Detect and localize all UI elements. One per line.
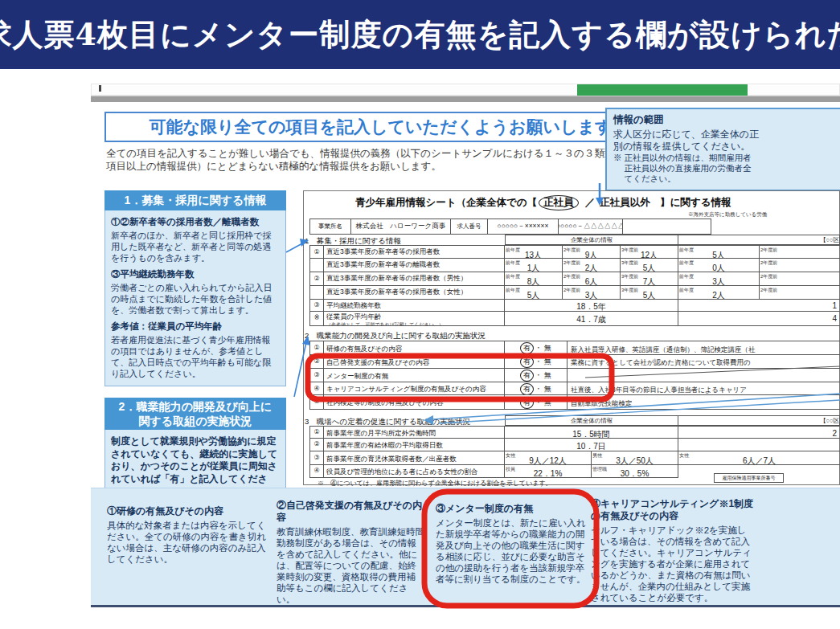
- row-label: 前事業年度の有給休暇の平均取得日数: [324, 439, 505, 451]
- bottom-note-2: ②自己啓発支援の有無及びその内容 教育訓練休暇制度、教育訓練短時間勤務制度がある…: [277, 500, 424, 605]
- value-cell: 管理職30．5%: [592, 465, 678, 478]
- company-row: 事業所名 株式会社 ハローワーク商事 求人番号 ○○○○○－×××××× ○○○…: [309, 219, 711, 235]
- sidebar-2-header: 2．職業能力の開発及び向上に 関する取組の実施状況: [104, 398, 286, 430]
- bottom-note-3-heading: ③メンター制度の有無: [436, 503, 587, 515]
- notice-box: 可能な限り全ての項目を記入していただくようお願いします。: [104, 112, 674, 142]
- row-number: [309, 259, 324, 272]
- value-cell: 2年度前6人: [563, 272, 621, 286]
- row-label: 平均継続勤務年数: [324, 300, 505, 312]
- value-cell: 2年度前3人: [563, 286, 621, 300]
- sidebar-1-subhead: 参考値：従業員の平均年齢: [111, 321, 280, 333]
- notice-body: 全ての項目を記入することが難しい場合でも、情報提供の義務（以下のシートサンプルに…: [106, 147, 682, 173]
- value-cell: 2年度前2人: [563, 259, 621, 272]
- row-number: ②: [309, 439, 324, 451]
- value-cell: 3年度前5人: [621, 286, 678, 300]
- value-cell: [678, 439, 840, 451]
- district-header: 【○○区: [678, 235, 840, 245]
- value-cell: 役員22．1%: [505, 465, 592, 478]
- yes-no-cell: 有・ 無: [505, 395, 568, 410]
- value-cell: 15．5時間: [505, 426, 678, 439]
- value-cell: 前年度5人: [505, 286, 563, 300]
- regular-employee-circled: 正社員: [539, 195, 579, 210]
- sheet-title-note: ※海外支店等に勤務している労働: [688, 211, 767, 219]
- bottom-note-1: ①研修の有無及びその内容 具体的な対象者または内容を示してください。全ての研修の…: [107, 505, 268, 565]
- value-cell: 3年度前12人: [621, 245, 678, 259]
- value-cell: 3年度前7人: [621, 272, 678, 286]
- row-content: 自動車販売技能検定: [568, 395, 840, 410]
- row-number: ⑤: [309, 395, 324, 410]
- sidebar-1-text: 若者雇用促進法に基づく青少年雇用情報の項目ではありませんが、参考値として、記入日…: [111, 334, 280, 379]
- value-cell: 2年度前9人: [563, 245, 621, 259]
- section1-table: ① 直近3事業年度の新卒者等の採用者数 前年度13人 2年度前9人 3年度前12…: [309, 245, 840, 326]
- row-content: [568, 369, 840, 382]
- sidebar-1-body: ①②新卒者等の採用者数／離職者数 新卒者のほか、新卒者と同じ採用枠で採用した既卒…: [104, 210, 286, 386]
- value-cell: 2年度前: [760, 286, 840, 300]
- section3-footnote: ※ ④については、雇用形態に関わらず企業全体における割合を示しています。: [318, 479, 552, 488]
- sidebar-1-header: 1．募集・採用に関する情報: [104, 190, 286, 210]
- value-cell: 女性6人／7人: [678, 451, 840, 465]
- info-scope-note: ※ 正社員以外の情報は、期間雇用者: [613, 153, 838, 163]
- value-cell: 前年度3人: [678, 272, 760, 286]
- section3-table: ① 前事業年度の月平均所定外労働時間 15．5時間 2 ② 前事業年度の有給休暇…: [309, 426, 840, 478]
- sheet-title-slash: ／: [585, 196, 596, 210]
- row-number: ③: [309, 451, 324, 465]
- info-scope-title: 情報の範囲: [613, 113, 838, 127]
- row-label: 研修の有無及びその内容: [324, 341, 505, 355]
- info-scope-line: 別の情報を提供してください。: [613, 141, 838, 153]
- value-cell: 前年度8人: [505, 272, 563, 286]
- sidebar-section-1: 1．募集・採用に関する情報 ①②新卒者等の採用者数／離職者数 新卒者のほか、新卒…: [104, 190, 286, 386]
- info-scope-box: 情報の範囲 求人区分に応じて、企業全体の正 別の情報を提供してください。 ※ 正…: [605, 108, 840, 191]
- bottom-note-2-body: 教育訓練休暇制度、教育訓練短時間勤務制度がある場合は、その情報を含めて記入してく…: [277, 526, 424, 605]
- section1-group-header: 企業全体の情報 【○○区: [505, 235, 840, 245]
- row-content: 社直後、入社3年目等の節目に人事担当者によるキャリア: [568, 382, 840, 395]
- section2-table: ① 研修の有無及びその内容 有・ 無 新入社員導入研修、英語講座（通信制）、簿記…: [309, 341, 840, 410]
- row-number: ①: [309, 426, 324, 439]
- bottom-note-3-mentor: ③メンター制度の有無 メンター制度とは、新たに雇い入れた新規学卒者等からの職業能…: [436, 503, 587, 585]
- sheet-title-pre: 青少年雇用情報シート（企業全体での【: [355, 196, 537, 210]
- yes-no-cell: 有・ 無: [505, 355, 568, 369]
- value-cell: 女性9人／12人: [505, 451, 592, 465]
- row-number: ①: [309, 341, 324, 355]
- district-header: 【○○区: [678, 415, 840, 426]
- separator-bar: [91, 96, 840, 102]
- sheet-title-post: 正社員以外 】に関する情報: [600, 196, 731, 210]
- row-label: 前事業年度の月平均所定外労働時間: [324, 426, 505, 439]
- sidebar-1-text: 労働者ごとの雇い入れられてから記入日の時点までに勤続した年数を合計した値を、労働…: [111, 282, 280, 316]
- value-cell: 2: [678, 426, 840, 439]
- section3-group-header: 企業全体の情報 【○○区: [505, 415, 840, 426]
- yes-no-cell: 有・ 無: [505, 369, 568, 382]
- job-number-value-1: ○○○○○－××××××: [488, 219, 559, 235]
- row-number: ※: [309, 312, 324, 326]
- row-label: 直近3事業年度の新卒者等の採用者数（女性）: [324, 286, 505, 300]
- row-label: 直近3事業年度の新卒者等の離職者数: [324, 259, 505, 272]
- value-cell: 4: [678, 312, 840, 326]
- bottom-note-3-body: メンター制度とは、新たに雇い入れた新規学卒者等からの職業能力の開発及び向上その他…: [436, 517, 587, 585]
- value-cell: 10．7日: [505, 439, 678, 451]
- sidebar-1-subhead: ③平均継続勤務年数: [111, 268, 280, 280]
- bottom-note-1-body: 具体的な対象者または内容を示してください。全ての研修の内容を書き切れない場合は、…: [107, 520, 268, 565]
- row-number: [309, 286, 324, 300]
- row-label: キャリアコンサルティング制度の有無及びその内容: [324, 382, 505, 395]
- value-cell: 前年度13人: [505, 245, 563, 259]
- bottom-divider-line: [91, 605, 840, 607]
- value-cell: 前年度2人: [678, 286, 760, 300]
- scrollbar-green-segment[interactable]: [577, 84, 748, 96]
- row-content: 新入社員導入研修、英語講座（通信制）、簿記検定講座（社: [568, 341, 840, 355]
- office-name-value: 株式会社 ハローワーク商事: [351, 219, 451, 235]
- row-number: ①: [309, 245, 324, 259]
- bottom-note-4-body: セルフ・キャリアドック※2を実施している場合は、その情報を含めて記入してください…: [591, 525, 756, 603]
- info-scope-note: てください。: [613, 174, 838, 184]
- row-number: ③: [309, 369, 324, 382]
- row-number: ④: [309, 382, 324, 395]
- value-cell: 2年度前: [760, 272, 840, 286]
- company-row-empty-cell: [623, 219, 711, 235]
- sidebar-1-subhead: ①②新卒者等の採用者数／離職者数: [111, 216, 280, 228]
- yes-no-cell: 有・ 無: [505, 341, 568, 355]
- slide-banner: 求人票4枚目にメンター制度の有無を記入する欄が設けられた: [0, 0, 840, 69]
- bottom-note-2-heading: ②自己啓発支援の有無及びその内容: [277, 500, 424, 524]
- value-cell: 3年度前5人: [621, 259, 678, 272]
- mentor-row-label: メンター制度の有無: [324, 369, 505, 382]
- row-label: 従業員の平均年齢 （参考値として、可能であれば記載してください。）: [324, 312, 505, 326]
- info-scope-line: 求人区分に応じて、企業全体の正: [613, 129, 838, 141]
- value-cell: 1: [678, 300, 840, 312]
